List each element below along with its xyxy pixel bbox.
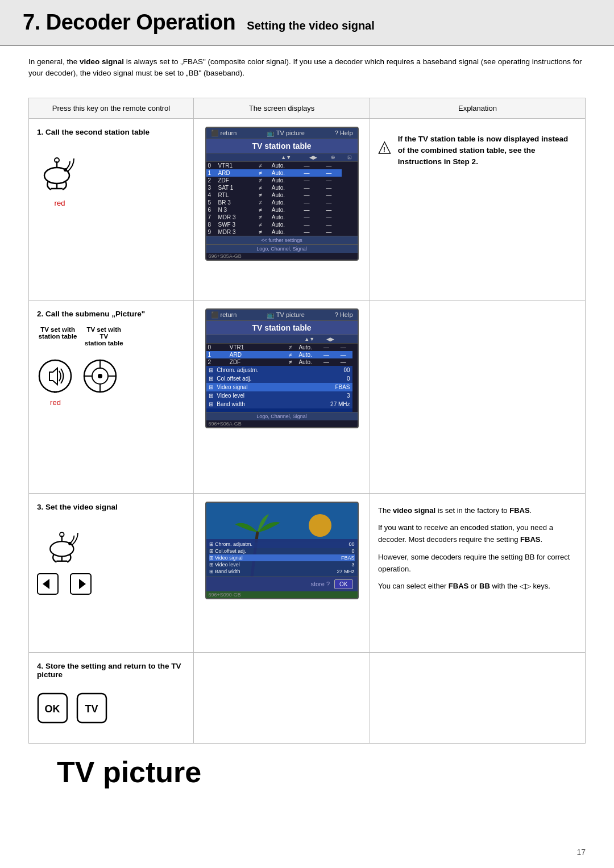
column-headers: Press this key on the remote control The… xyxy=(28,98,586,119)
step2-red-label-left: red xyxy=(50,398,61,407)
step3-left: 3. Set the video signal xyxy=(29,494,194,652)
step4-row: 4. Store the setting and return to the T… xyxy=(28,653,586,744)
step4-middle xyxy=(194,653,370,743)
sound-icon: ω xyxy=(37,358,74,395)
svg-point-20 xyxy=(68,542,72,545)
svg-text:ω: ω xyxy=(53,389,57,394)
step3-tv-screen: ⊞ Chrom. adjustm.00 ⊞ Col.offset adj.0 ⊞… xyxy=(205,502,359,599)
step2-tv-title: TV station table xyxy=(206,321,358,335)
step2-left: 2. Call the submenu „Picture" TV set wit… xyxy=(29,301,194,493)
step2-sublabel2: TV set with TV xyxy=(86,326,121,340)
step1-row: 1. Call the second station table xyxy=(28,119,586,301)
right-arrow-icon xyxy=(70,573,92,595)
tv-row: 8SWF 3≠Auto.—— xyxy=(206,221,358,228)
tv-row: 3SAT 1≠Auto.—— xyxy=(206,184,358,191)
svg-point-8 xyxy=(39,360,71,392)
step1-left: 1. Call the second station table xyxy=(29,119,194,300)
tv-row: 5BR 3≠Auto.—— xyxy=(206,199,358,206)
tv-row: 2ZDF≠Auto.—— xyxy=(206,177,358,184)
tv-submenu-row: ⊞ Col.offset adj. 0 xyxy=(206,374,358,383)
col-header-3: Explanation xyxy=(370,98,585,118)
svg-point-29 xyxy=(309,514,331,537)
step1-tv-title: TV station table xyxy=(206,139,358,153)
svg-marker-26 xyxy=(79,579,86,589)
step2-right xyxy=(370,301,585,493)
svg-text:OK: OK xyxy=(45,703,60,715)
step2-sublabel4: station table xyxy=(85,340,123,347)
step1-icon-container: red xyxy=(37,150,82,207)
tv-row: 0VTR1≠Auto.—— xyxy=(206,161,358,169)
target-icon xyxy=(82,358,119,395)
step4-icons: OK TV xyxy=(37,692,107,724)
tv-row: 6N 3≠Auto.—— xyxy=(206,206,358,214)
tv-row: 7MDR 3≠Auto.—— xyxy=(206,214,358,221)
tv-row: 2ZDF≠Auto.—— xyxy=(206,358,358,366)
step3-photo-bg: ⊞ Chrom. adjustm.00 ⊞ Col.offset adj.0 ⊞… xyxy=(206,503,358,577)
svg-marker-24 xyxy=(43,579,49,589)
step2-middle: ⬛ return📺 TV picture? Help TV station ta… xyxy=(194,301,370,493)
step3-code: 696+S090-GB xyxy=(206,591,358,598)
step3-store-bar: store ? OK xyxy=(206,577,358,591)
step2-sublabel1: TV set with xyxy=(40,326,75,333)
left-arrow-icon xyxy=(37,573,59,595)
step3-satellite-icon xyxy=(43,525,86,567)
page-subtitle: Setting the video signal xyxy=(247,19,374,32)
tv-key-icon: TV xyxy=(76,692,107,724)
ok-button[interactable]: OK xyxy=(334,579,352,589)
step4-label: 4. Store the setting and return to the T… xyxy=(37,662,185,679)
tv-submenu-row-highlighted: ⊞ Video signal FBAS xyxy=(206,383,358,391)
step2-code: 696+S06A-GB xyxy=(206,420,358,427)
warning-text: If the TV station table is now displayed… xyxy=(398,133,577,168)
photo-row: ⊞ Band width27 MHz xyxy=(209,568,355,575)
photo-row-highlighted: ⊞ Video signalFBAS xyxy=(209,554,355,561)
tv-submenu-row: ⊞ Video level 3 xyxy=(206,391,358,400)
step3-label: 3. Set the video signal xyxy=(37,503,118,511)
step4-right xyxy=(370,653,585,743)
step2-topbar: ⬛ return📺 TV picture? Help xyxy=(206,310,358,321)
photo-row: ⊞ Col.offset adj.0 xyxy=(209,548,355,554)
svg-point-12 xyxy=(98,374,102,378)
col-header-2: The screen displays xyxy=(194,98,370,118)
svg-point-3 xyxy=(64,168,67,172)
step2-tv-screen: ⬛ return📺 TV picture? Help TV station ta… xyxy=(205,308,359,428)
photo-row: ⊞ Chrom. adjustm.00 xyxy=(209,541,355,548)
tv-row: 0VTR1≠Auto.—— xyxy=(206,343,358,351)
svg-text:TV: TV xyxy=(85,703,98,715)
satellite-dish-icon xyxy=(37,150,82,195)
photo-row: ⊞ Video level3 xyxy=(209,561,355,568)
page-header: 7. Decoder Operation Setting the video s… xyxy=(0,0,614,46)
explanation-text: The video signal is set in the factory t… xyxy=(378,503,577,593)
step1-label: 1. Call the second station table xyxy=(37,128,150,136)
tv-row: 9MDR 3≠Auto.—— xyxy=(206,228,358,236)
svg-text:!: ! xyxy=(383,145,385,153)
step2-tv-footer: Logo, Channel, Signal xyxy=(206,412,358,420)
warning-icon: ! xyxy=(378,133,391,162)
step2-row: 2. Call the submenu „Picture" TV set wit… xyxy=(28,301,586,494)
tv-picture-section: TV picture xyxy=(28,755,586,789)
step4-left: 4. Store the setting and return to the T… xyxy=(29,653,194,743)
store-label: store ? xyxy=(310,581,330,587)
step3-middle: ⊞ Chrom. adjustm.00 ⊞ Col.offset adj.0 ⊞… xyxy=(194,494,370,652)
tv-submenu-row: ⊞ Band width 27 MHz xyxy=(206,400,358,408)
tv-row-highlighted: 1ARD≠Auto.—— xyxy=(206,169,358,177)
warning-box: ! If the TV station table is now display… xyxy=(378,128,577,174)
step1-tv-footer2: Logo, Channel, Signal xyxy=(206,244,358,253)
tv-row-highlighted: 1ARD≠Auto.—— xyxy=(206,351,358,358)
step1-tv-footer: << further settings xyxy=(206,236,358,244)
tv-row: 4RTL≠Auto.—— xyxy=(206,191,358,199)
step1-middle: ⬛ return📺 TV picture? Help TV station ta… xyxy=(194,119,370,300)
step3-row: 3. Set the video signal xyxy=(28,494,586,653)
step2-sublabel3: station table xyxy=(39,333,77,340)
step3-right: The video signal is set in the factory t… xyxy=(370,494,585,652)
step1-right: ! If the TV station table is now display… xyxy=(370,119,585,300)
step2-label: 2. Call the submenu „Picture" xyxy=(37,310,145,318)
step1-topbar: ⬛ return📺 TV picture? Help xyxy=(206,128,358,139)
page-title: 7. Decoder Operation xyxy=(23,10,235,35)
step1-button-label: red xyxy=(55,199,65,207)
ok-key-icon: OK xyxy=(37,692,68,724)
col-header-1: Press this key on the remote control xyxy=(29,98,194,118)
step3-icon-container xyxy=(37,525,92,595)
step1-code: 696+S05A-GB xyxy=(206,253,358,260)
page-number: 17 xyxy=(576,848,586,857)
tv-picture-label: TV picture xyxy=(57,756,201,788)
